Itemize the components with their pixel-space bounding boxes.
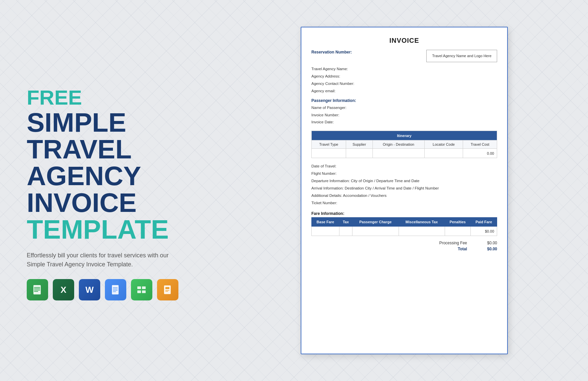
right-panel: INVOICE Reservation Number: Travel Agenc… — [234, 0, 588, 381]
title-line5: TEMPLATE — [27, 216, 214, 243]
ticket-number: Ticket Number: — [311, 200, 497, 207]
passenger-name-field: Name of Passenger: — [311, 104, 497, 112]
totals-section: Processing Fee $0.00 Total $0.00 — [311, 241, 497, 251]
svg-rect-12 — [137, 290, 141, 293]
agency-name-field: Travel Agency Name: — [311, 66, 497, 73]
header-row: Reservation Number: Travel Agency Name a… — [311, 50, 497, 62]
numbers-icon — [131, 279, 152, 300]
arrival-info: Arrival Information: Destination City / … — [311, 185, 497, 192]
cell-base-fare — [312, 227, 339, 236]
invoice-date-field: Invoice Date: — [311, 119, 497, 126]
logo-text: Travel Agency Name and Logo Here — [432, 54, 491, 58]
invoice-title: INVOICE — [311, 37, 497, 44]
processing-fee-label: Processing Fee — [430, 241, 467, 245]
fare-table: Base Fare Tax Passenger Charge Miscellan… — [311, 217, 497, 236]
cell-misc-tax — [399, 227, 445, 236]
svg-rect-11 — [142, 286, 146, 289]
cell-tax — [339, 227, 352, 236]
col-paid-fare: Paid Fare — [471, 218, 497, 227]
excel-icon: X — [53, 279, 74, 300]
agency-address-field: Agency Address: — [311, 73, 497, 80]
col-tax: Tax — [339, 218, 352, 227]
itinerary-row: 0.00 — [312, 149, 497, 158]
fare-section-label: Fare Information: — [311, 211, 497, 216]
cell-travel-cost: 0.00 — [463, 149, 497, 158]
sheets-icon — [27, 279, 48, 300]
col-misc-tax: Miscellaneous Tax — [399, 218, 445, 227]
reservation-section: Reservation Number: — [311, 50, 426, 54]
docs-icon — [105, 279, 126, 300]
title-line2: TRAVEL — [27, 136, 214, 163]
cell-travel-type — [312, 149, 346, 158]
departure-info: Departure Information: City of Origin / … — [311, 177, 497, 185]
svg-rect-10 — [137, 286, 141, 289]
cell-passenger-charge — [352, 227, 399, 236]
svg-rect-13 — [142, 290, 146, 293]
free-label: FREE — [27, 87, 214, 108]
flight-number: Flight Number: — [311, 170, 497, 177]
travel-details: Date of Travel: Flight Number: Departure… — [311, 163, 497, 207]
itinerary-header: Itinerary — [312, 131, 497, 140]
svg-rect-5 — [112, 285, 119, 294]
cell-locator — [424, 149, 463, 158]
cell-origin-dest — [373, 149, 424, 158]
svg-rect-6 — [113, 287, 118, 288]
col-travel-type: Travel Type — [312, 140, 346, 149]
svg-rect-17 — [165, 291, 168, 292]
processing-fee-row: Processing Fee $0.00 — [424, 241, 497, 245]
subtitle: Effortlessly bill your clients for trave… — [27, 251, 187, 269]
svg-rect-1 — [34, 287, 40, 288]
col-passenger-charge: Passenger Charge — [352, 218, 399, 227]
svg-rect-14 — [164, 285, 171, 294]
svg-rect-7 — [113, 289, 118, 289]
app-icons-row: X W — [27, 279, 214, 300]
col-penalties: Penalties — [445, 218, 470, 227]
passenger-info: Name of Passenger: Invoice Number: Invoi… — [311, 104, 497, 126]
cell-paid-fare: $0.00 — [471, 227, 497, 236]
logo-box: Travel Agency Name and Logo Here — [426, 50, 497, 62]
agency-info: Travel Agency Name: Agency Address: Agen… — [311, 66, 497, 95]
cell-supplier — [346, 149, 373, 158]
total-label: Total — [430, 247, 467, 251]
title-line3: AGENCY — [27, 163, 214, 189]
col-base-fare: Base Fare — [312, 218, 339, 227]
title-line4: INVOICE — [27, 189, 214, 216]
total-row: Total $0.00 — [424, 247, 497, 251]
invoice-document: INVOICE Reservation Number: Travel Agenc… — [301, 27, 508, 354]
col-locator: Locator Code — [424, 140, 463, 149]
fare-row: $0.00 — [312, 227, 497, 236]
col-supplier: Supplier — [346, 140, 373, 149]
svg-rect-16 — [165, 290, 169, 291]
passenger-section-label: Passenger Information: — [311, 98, 497, 103]
processing-fee-value: $0.00 — [477, 241, 497, 245]
agency-contact-field: Agency Contact Number: — [311, 80, 497, 88]
word-icon: W — [79, 279, 100, 300]
svg-rect-8 — [113, 290, 118, 291]
svg-rect-2 — [34, 288, 40, 289]
invoice-number-field: Invoice Number: — [311, 112, 497, 119]
additional-details: Additional Details: Accomodation / Vouch… — [311, 192, 497, 200]
svg-rect-4 — [34, 291, 38, 292]
col-origin-dest: Origin - Destination — [373, 140, 424, 149]
title-line1: SIMPLE — [27, 109, 214, 136]
svg-rect-15 — [165, 287, 169, 289]
agency-email-field: Agency email: — [311, 88, 497, 95]
date-of-travel: Date of Travel: — [311, 163, 497, 170]
itinerary-table: Itinerary Travel Type Supplier Origin - … — [311, 131, 497, 158]
col-travel-cost: Travel Cost — [463, 140, 497, 149]
svg-rect-9 — [113, 291, 116, 292]
total-value: $0.00 — [477, 247, 497, 251]
cell-penalties — [445, 227, 470, 236]
left-panel: FREE SIMPLE TRAVEL AGENCY INVOICE TEMPLA… — [0, 0, 234, 381]
svg-rect-3 — [34, 290, 40, 290]
reservation-label: Reservation Number: — [311, 50, 352, 54]
pages-icon — [157, 279, 178, 300]
